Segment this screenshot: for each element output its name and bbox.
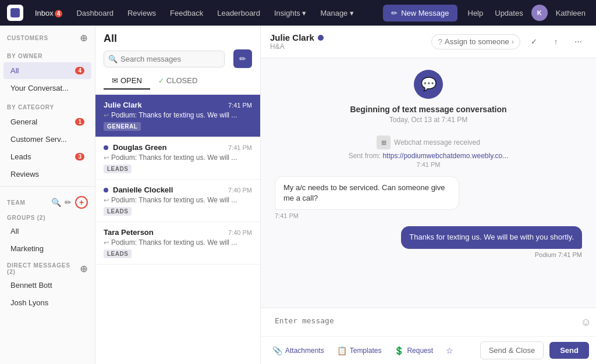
message-item[interactable]: Douglas Green 7:41 PM ↩ Podium: Thanks f…: [95, 137, 260, 180]
sidebar-item-all[interactable]: All 4: [3, 62, 91, 79]
nav-right: Help Updates K Kathleen: [464, 5, 590, 21]
add-customer-button[interactable]: ⊕: [80, 33, 88, 44]
chat-start-sub: Today, Oct 13 at 7:41 PM: [389, 116, 468, 124]
preview-icon: ↩: [104, 112, 109, 119]
dm-header: DIRECT MESSAGES (2) ⊕: [0, 258, 95, 276]
leads-badge: 3: [75, 153, 84, 160]
incoming-bubble: My a/c needs to be serviced. Can someone…: [275, 176, 459, 210]
attachment-icon: 📎: [272, 346, 282, 355]
sidebar-divider: [0, 186, 95, 187]
sidebar-item-leads[interactable]: Leads 3: [3, 148, 91, 165]
message-list-title: All: [104, 33, 252, 45]
chat-contact-name: Julie Clark: [270, 33, 314, 42]
sent-from-url[interactable]: https://podiumwebchatdemo.weebly.co...: [382, 152, 508, 160]
chat-header: Julie Clark H&A ? Assign to someone › ✓ …: [261, 26, 596, 58]
chat-header-right: ? Assign to someone › ✓ ↑ ⋯: [431, 33, 587, 51]
compose-button[interactable]: ✏: [233, 49, 252, 68]
preview-icon: ↩: [104, 154, 109, 162]
edit-team-icon[interactable]: ✏: [65, 198, 72, 207]
search-input[interactable]: [104, 51, 225, 67]
sidebar-item-group-marketing[interactable]: Marketing: [3, 240, 91, 257]
outgoing-bubble: Thanks for texting us. We will be with y…: [401, 226, 582, 248]
team-icons: 🔍 ✏ +: [51, 196, 88, 209]
chat-input-area: ☺ 📎 Attachments 📋 Templates 💲 Request ☆: [261, 308, 596, 364]
more-options-button[interactable]: ⋯: [569, 33, 587, 51]
nav-reviews[interactable]: Reviews: [122, 5, 162, 21]
search-wrap: 🔍: [104, 51, 230, 67]
sidebar-item-reviews[interactable]: Reviews: [3, 166, 91, 183]
webchat-notice: ⊞ Webchat message received: [275, 135, 582, 149]
sidebar-item-dm-bennett[interactable]: Bennett Bott: [3, 277, 91, 294]
tab-open[interactable]: ✉ OPEN: [104, 73, 150, 90]
team-section: TEAM 🔍 ✏ +: [0, 190, 95, 211]
outgoing-time: Podium 7:41 PM: [535, 251, 582, 258]
templates-icon: 📋: [337, 346, 347, 355]
check-button[interactable]: ✓: [525, 33, 542, 51]
outgoing-message-row: Thanks for texting us. We will be with y…: [275, 226, 582, 258]
message-item[interactable]: Julie Clark 7:41 PM ↩ Podium: Thanks for…: [95, 95, 260, 137]
new-message-button[interactable]: ✏ New Message: [383, 5, 457, 22]
star-button[interactable]: ☆: [441, 343, 458, 358]
message-list-header: All 🔍 ✏ ✉ OPEN ✓ CLOSED: [95, 26, 260, 95]
all-badge: 4: [75, 67, 84, 74]
chat-contact-company: H&A: [270, 42, 324, 51]
general-badge: 1: [75, 118, 84, 126]
message-input[interactable]: [265, 308, 576, 336]
nav-username: Kathleen: [552, 6, 589, 20]
upload-button[interactable]: ↑: [547, 33, 565, 51]
inbox-badge: 4: [55, 10, 63, 17]
message-list: All 🔍 ✏ ✉ OPEN ✓ CLOSED: [95, 26, 261, 364]
unread-dot: [104, 145, 108, 150]
preview-icon: ↩: [104, 239, 109, 247]
message-tag: LEADS: [104, 207, 132, 216]
assign-button[interactable]: ? Assign to someone ›: [431, 34, 520, 49]
sidebar-item-your-conversations[interactable]: Your Conversat...: [3, 80, 91, 97]
by-owner-header: BY OWNER: [0, 46, 95, 62]
chat-panel: Julie Clark H&A ? Assign to someone › ✓ …: [261, 26, 596, 364]
nav-feedback[interactable]: Feedback: [164, 5, 209, 21]
main-layout: CUSTOMERS ⊕ BY OWNER All 4 Your Conversa…: [0, 26, 596, 364]
user-avatar[interactable]: K: [531, 5, 548, 21]
chevron-right-icon: ›: [512, 37, 514, 46]
chat-start-icon: 💬: [414, 70, 443, 99]
incoming-message-row: My a/c needs to be serviced. Can someone…: [275, 176, 582, 219]
search-team-icon[interactable]: 🔍: [51, 198, 61, 207]
add-dm-button[interactable]: ⊕: [80, 263, 88, 274]
nav-manage[interactable]: Manage ▾: [314, 5, 360, 21]
search-icon: 🔍: [108, 55, 118, 63]
nav-inbox[interactable]: Inbox4: [29, 5, 68, 21]
tab-closed[interactable]: ✓ CLOSED: [150, 73, 205, 90]
sidebar-item-dm-josh[interactable]: Josh Lyons: [3, 294, 91, 311]
message-item[interactable]: Tara Peterson 7:40 PM ↩ Podium: Thanks f…: [95, 222, 260, 265]
request-button[interactable]: 💲 Request: [389, 343, 438, 358]
msg-item-header: Danielle Clockell 7:40 PM: [104, 185, 252, 194]
contact-status-dot: [318, 35, 324, 41]
send-button[interactable]: Send: [549, 342, 589, 359]
nav-help[interactable]: Help: [464, 6, 487, 20]
message-tag: LEADS: [104, 249, 132, 258]
unread-dot: [104, 188, 108, 192]
msg-item-header: Douglas Green 7:41 PM: [104, 143, 252, 152]
nav-updates[interactable]: Updates: [491, 6, 526, 20]
sidebar-item-customer-service[interactable]: Customer Serv...: [3, 131, 91, 148]
top-nav: Inbox4 Dashboard Reviews Feedback Leader…: [0, 0, 596, 26]
message-tag: GENERAL: [104, 122, 141, 131]
sidebar-item-group-all[interactable]: All: [3, 223, 91, 240]
message-item[interactable]: Danielle Clockell 7:40 PM ↩ Podium: Than…: [95, 180, 260, 222]
sidebar-item-general[interactable]: General 1: [3, 113, 91, 130]
request-icon: 💲: [394, 346, 404, 355]
attachments-button[interactable]: 📎 Attachments: [268, 343, 329, 358]
emoji-button[interactable]: ☺: [581, 316, 591, 329]
templates-button[interactable]: 📋 Templates: [332, 343, 386, 358]
nav-leaderboard[interactable]: Leaderboard: [211, 5, 266, 21]
chat-body: 💬 Beginning of text message conversation…: [261, 58, 596, 308]
sidebar: CUSTOMERS ⊕ BY OWNER All 4 Your Conversa…: [0, 26, 95, 364]
nav-dashboard[interactable]: Dashboard: [70, 5, 119, 21]
chat-contact-info: Julie Clark H&A: [270, 33, 324, 51]
add-group-button[interactable]: +: [75, 196, 88, 209]
question-icon: ?: [438, 37, 442, 47]
chat-start-title: Beginning of text message conversation: [350, 105, 506, 114]
send-close-button[interactable]: Send & Close: [480, 341, 544, 359]
message-tabs: ✉ OPEN ✓ CLOSED: [104, 73, 252, 90]
nav-insights[interactable]: Insights ▾: [268, 5, 312, 21]
